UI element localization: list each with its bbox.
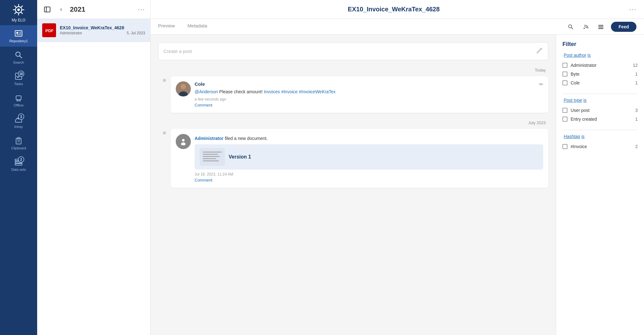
create-post-bar[interactable]: Create a post — [158, 42, 548, 60]
filter-section-hashtag: Hashtagis #Invoice 2 — [562, 134, 638, 151]
filter-label-invoice-hashtag: #Invoice — [571, 144, 587, 149]
filter-label-administrator: Administrator — [571, 63, 596, 68]
elo-logo-icon — [12, 3, 26, 17]
filter-checkbox-administrator[interactable] — [562, 63, 567, 68]
file-panel: ‹ 2021 ··· PDF EX10_Invoice_WeKraTex_462… — [37, 0, 151, 335]
sidebar-item-offline-label: Offline — [14, 103, 24, 107]
filter-checkbox-byte[interactable] — [562, 72, 567, 77]
post-hashtag-invoice-link[interactable]: #Invoice — [281, 89, 298, 94]
filter-section-header-post-type: Post typeis — [562, 98, 638, 103]
search-icon — [14, 50, 23, 59]
tab-actions: Feed — [566, 22, 636, 32]
timeline-label-july2023: July 2023 — [158, 120, 548, 125]
sidebar-item-repository[interactable]: Repository1 — [0, 25, 37, 47]
filter-qualifier-post-author[interactable]: is — [588, 53, 591, 58]
sidebar-item-intray-label: Intray — [14, 125, 23, 129]
filter-label-cole: Cole — [571, 80, 580, 85]
back-button[interactable]: ‹ — [56, 4, 66, 14]
tab-preview[interactable]: Preview — [158, 23, 175, 31]
svg-point-43 — [182, 139, 185, 142]
post-body-cole: Cole ✏ @Anderson Please check amount! In… — [195, 81, 543, 108]
rss-button[interactable] — [581, 22, 591, 32]
filter-count-invoice-hashtag: 2 — [635, 144, 638, 149]
filter-option-cole[interactable]: Cole 1 — [562, 78, 638, 87]
timeline-dot-july2023 — [158, 129, 171, 135]
sidebar-item-search[interactable]: Search — [0, 47, 37, 68]
filter-count-user-post: 3 — [635, 108, 638, 113]
sidebar: My ELO Repository1 Search — [0, 0, 37, 335]
filter-option-invoice-hashtag[interactable]: #Invoice 2 — [562, 142, 638, 151]
filter-count-cole: 1 — [635, 80, 638, 85]
filter-section-header-hashtag: Hashtagis — [562, 134, 638, 139]
tab-metadata[interactable]: Metadata — [187, 23, 207, 31]
sidebar-item-intray[interactable]: 3 Intray — [0, 111, 37, 132]
filter-qualifier-post-type[interactable]: is — [583, 98, 586, 103]
file-list-item[interactable]: PDF EX10_Invoice_WeKraTex_4628 Administr… — [37, 19, 150, 42]
timeline-section-july2023: July 2023 A — [158, 120, 548, 188]
svg-line-16 — [20, 56, 22, 58]
sidebar-logo[interactable]: My ELO — [0, 0, 37, 25]
repository-icon — [14, 29, 23, 38]
filter-title: Filter — [562, 41, 638, 48]
panel-toggle-button[interactable] — [42, 4, 52, 14]
breadcrumb: 2021 — [70, 5, 134, 14]
filter-count-byte: 1 — [635, 72, 638, 77]
filter-qualifier-hashtag[interactable]: is — [581, 134, 584, 139]
filter-divider-2 — [562, 130, 638, 130]
filter-checkbox-cole[interactable] — [562, 80, 567, 85]
my-elo-label: My ELO — [12, 18, 25, 22]
svg-rect-39 — [598, 28, 603, 29]
post-mention-link[interactable]: @Anderson — [195, 89, 218, 94]
post-card-admin: Administrator filed a new document. — [171, 129, 548, 188]
version-card[interactable]: Version 1 — [195, 144, 543, 170]
sidebar-item-offline[interactable]: Offline — [0, 90, 37, 111]
svg-rect-29 — [15, 164, 22, 165]
svg-rect-38 — [598, 26, 603, 27]
file-meta: Administrator 5. Jul 2023 — [60, 31, 145, 35]
sidebar-item-datasets-label: Data sets — [11, 168, 26, 171]
version-label: Version 1 — [229, 154, 251, 160]
filter-option-user-post[interactable]: User post 3 — [562, 106, 638, 115]
intray-badge: 3 — [18, 113, 24, 120]
svg-rect-30 — [44, 7, 50, 12]
sidebar-item-datasets[interactable]: 2 Data sets — [0, 154, 37, 175]
pdf-icon: PDF — [42, 23, 56, 37]
search-feed-button[interactable] — [566, 22, 576, 32]
sidebar-item-search-label: Search — [13, 61, 24, 64]
list-button[interactable] — [596, 22, 606, 32]
svg-line-35 — [572, 27, 573, 29]
filter-checkbox-invoice-hashtag[interactable] — [562, 144, 567, 149]
feed-button[interactable]: Feed — [611, 22, 636, 32]
header-more-button[interactable]: ··· — [629, 6, 636, 13]
svg-rect-11 — [16, 32, 18, 34]
main-header: EX10_Invoice_WeKraTex_4628 ··· — [151, 0, 644, 19]
post-text-cole: @Anderson Please check amount! Invoices … — [195, 89, 543, 95]
post-comment-button-admin[interactable]: Comment — [195, 178, 212, 182]
sidebar-item-clipboard[interactable]: Clipboard — [0, 132, 37, 154]
filter-checkbox-entry-created[interactable] — [562, 117, 567, 122]
post-edit-button[interactable]: ✏ — [539, 81, 543, 87]
filter-option-entry-created[interactable]: Entry created 1 — [562, 115, 638, 124]
filter-section-header-post-author: Post authoris — [562, 53, 638, 58]
feed-posts: Create a post Today — [151, 35, 556, 335]
post-comment-button-cole[interactable]: Comment — [195, 103, 212, 107]
sidebar-item-repository-label: Repository1 — [9, 39, 28, 43]
post-author-admin-link[interactable]: Administrator — [195, 136, 224, 141]
svg-point-44 — [181, 142, 185, 145]
cole-avatar — [176, 81, 191, 96]
filter-checkbox-user-post[interactable] — [562, 108, 567, 113]
svg-point-9 — [17, 9, 20, 11]
create-post-placeholder: Create a post — [163, 49, 192, 54]
post-author-cole: Cole — [195, 81, 205, 87]
filter-option-byte[interactable]: Byte 1 — [562, 70, 638, 78]
tasks-badge: 10 — [18, 71, 24, 77]
panel-more-button[interactable]: ··· — [138, 6, 145, 13]
svg-text:PDF: PDF — [45, 28, 54, 33]
filter-option-administrator[interactable]: Administrator 12 — [562, 61, 638, 70]
post-hashtag-wekratex-link[interactable]: #InvoiceWeKraTex — [299, 89, 335, 94]
post-invoices-link[interactable]: Invoices — [264, 89, 280, 94]
sidebar-item-tasks[interactable]: 10 Tasks — [0, 68, 37, 90]
svg-line-6 — [21, 12, 23, 14]
filter-section-post-author: Post authoris Administrator 12 Byte 1 — [562, 53, 638, 87]
tasks-icon: 10 — [14, 72, 23, 81]
